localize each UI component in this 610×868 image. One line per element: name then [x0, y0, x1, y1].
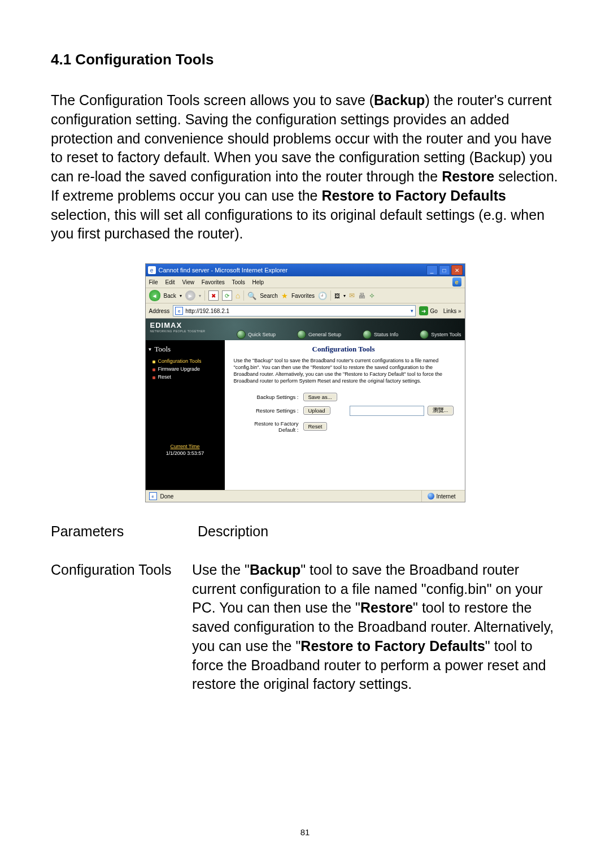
address-label: Address: [149, 308, 170, 314]
toolbar: ◄ Back▾ ► ▾ ✖ ⟳ ⌂ 🔍 Search ★ Favorites 🕘…: [146, 288, 465, 303]
intro-text: The Configuration Tools screen allows yo…: [51, 92, 374, 108]
parameters-table: Parameters Description Configuration Too…: [51, 522, 559, 694]
globe-icon: [237, 330, 246, 339]
rtfd-label-line2: Default :: [278, 427, 298, 433]
sidebar-item-reset[interactable]: Reset: [152, 373, 225, 381]
status-zone: Internet: [421, 491, 461, 502]
favorites-label[interactable]: Favorites: [291, 293, 315, 299]
page-icon: e: [149, 492, 157, 500]
messenger-icon[interactable]: ✧: [369, 292, 375, 300]
edimax-logo: EDIMAX: [150, 321, 182, 329]
stop-icon[interactable]: ✖: [208, 290, 219, 301]
menu-help[interactable]: Help: [252, 279, 264, 285]
current-time-value: 1/1/2000 3:53:57: [149, 450, 221, 456]
restore-label: Restore Settings :: [234, 407, 303, 414]
ie-app-icon: e: [148, 266, 156, 274]
toolbar-separator: [243, 290, 244, 301]
menu-favorites[interactable]: Favorites: [202, 279, 225, 285]
intro-backup-bold: Backup: [374, 92, 425, 108]
globe-icon: [297, 330, 306, 339]
forward-icon[interactable]: ►: [185, 290, 195, 301]
toolbar-separator: [204, 290, 205, 301]
nav-quick-setup[interactable]: Quick Setup: [237, 330, 276, 339]
media-icon[interactable]: 🖾: [334, 293, 340, 299]
rtfd-label-line1: Restore to Factory: [254, 420, 298, 427]
desc-restore-bold: Restore: [360, 600, 413, 615]
router-banner: EDIMAX NETWORKING PEOPLE TOGETHER Quick …: [146, 319, 465, 340]
save-as-button[interactable]: Save as...: [303, 393, 337, 401]
home-icon[interactable]: ⌂: [236, 291, 240, 300]
router-content: Configuration Tools Use the "Backup" too…: [225, 340, 465, 490]
menu-tools[interactable]: Tools: [232, 279, 245, 285]
content-description: Use the "Backup" tool to save the Broadb…: [234, 357, 454, 385]
desc-text: Use the ": [192, 562, 250, 578]
minimize-button[interactable]: _: [426, 265, 438, 275]
current-time-label: Current Time: [149, 444, 221, 449]
section-intro: The Configuration Tools screen allows yo…: [51, 91, 559, 244]
sidebar-title[interactable]: ▼ Tools: [146, 344, 225, 357]
globe-icon: [363, 330, 372, 339]
history-icon[interactable]: 🕘: [318, 292, 327, 300]
window-titlebar[interactable]: e Cannot find server - Microsoft Interne…: [146, 264, 465, 276]
go-label: Go: [430, 308, 437, 314]
sidebar-title-label: Tools: [154, 345, 171, 354]
menubar: File Edit View Favorites Tools Help e: [146, 276, 465, 288]
desc-rtfd-bold: Restore to Factory Defaults: [300, 638, 485, 654]
forward-dropdown-icon[interactable]: ▾: [199, 293, 201, 298]
status-text: Done: [160, 493, 174, 500]
close-button[interactable]: ✕: [451, 265, 463, 275]
nav-label: Quick Setup: [248, 332, 276, 337]
page-viewport: EDIMAX NETWORKING PEOPLE TOGETHER Quick …: [146, 319, 465, 490]
upload-button[interactable]: Upload: [303, 406, 330, 415]
status-zone-label: Internet: [437, 493, 456, 500]
refresh-icon[interactable]: ⟳: [222, 290, 232, 301]
content-title: Configuration Tools: [234, 345, 454, 354]
router-sidebar: ▼ Tools Configuration Tools Firmware Upg…: [146, 340, 225, 490]
reset-button[interactable]: Reset: [303, 422, 328, 431]
menu-view[interactable]: View: [182, 279, 194, 285]
param-name: Configuration Tools: [51, 561, 192, 694]
intro-restore-bold: Restore: [442, 168, 494, 184]
window-title: Cannot find server - Microsoft Internet …: [159, 267, 288, 274]
toolbar-separator: [330, 290, 331, 301]
nav-label: Status Info: [374, 332, 398, 337]
favorites-icon[interactable]: ★: [281, 292, 288, 300]
internet-zone-icon: [428, 493, 434, 500]
back-dropdown-icon[interactable]: ▾: [180, 293, 182, 298]
mail-icon[interactable]: ✉: [349, 292, 355, 300]
sidebar-current-time: Current Time 1/1/2000 3:53:57: [146, 444, 225, 490]
address-input[interactable]: e http://192.168.2.1 ▾: [173, 305, 416, 316]
maximize-button[interactable]: □: [439, 265, 450, 275]
row-restore: Restore Settings : Upload 瀏覽...: [234, 403, 454, 418]
sidebar-item-configuration-tools[interactable]: Configuration Tools: [152, 357, 225, 365]
sidebar-item-firmware-upgrade[interactable]: Firmware Upgrade: [152, 365, 225, 373]
param-description: Use the "Backup" tool to save the Broadb…: [192, 561, 559, 694]
nav-general-setup[interactable]: General Setup: [297, 330, 341, 339]
back-icon[interactable]: ◄: [149, 290, 160, 301]
media-dropdown-icon[interactable]: ▾: [343, 293, 346, 298]
file-input[interactable]: [350, 406, 424, 416]
menu-file[interactable]: File: [149, 279, 158, 285]
menu-edit[interactable]: Edit: [165, 279, 175, 285]
go-button[interactable]: ➜ Go: [419, 306, 437, 315]
chevron-down-icon: ▼: [148, 347, 152, 352]
section-heading: 4.1 Configuration Tools: [51, 51, 559, 68]
address-dropdown-icon[interactable]: ▾: [411, 308, 413, 314]
nav-status-info[interactable]: Status Info: [363, 330, 398, 339]
address-value: http://192.168.2.1: [185, 308, 229, 314]
search-label[interactable]: Search: [260, 293, 278, 299]
nav-label: System Tools: [431, 332, 461, 337]
browse-button[interactable]: 瀏覽...: [428, 406, 454, 415]
desc-backup-bold: Backup: [250, 562, 300, 578]
links-button[interactable]: Links: [443, 308, 461, 314]
col-header-description: Description: [192, 522, 559, 561]
back-label[interactable]: Back: [164, 293, 176, 299]
ie-throbber-icon: e: [452, 277, 461, 287]
intro-rtfd-bold: Restore to Factory Defaults: [321, 188, 506, 203]
edimax-slogan: NETWORKING PEOPLE TOGETHER: [150, 329, 206, 333]
search-icon[interactable]: 🔍: [247, 292, 256, 300]
nav-system-tools[interactable]: System Tools: [420, 330, 461, 339]
row-backup: Backup Settings : Save as...: [234, 390, 454, 403]
print-icon[interactable]: 🖶: [358, 292, 365, 300]
status-bar: e Done Internet: [146, 490, 465, 502]
